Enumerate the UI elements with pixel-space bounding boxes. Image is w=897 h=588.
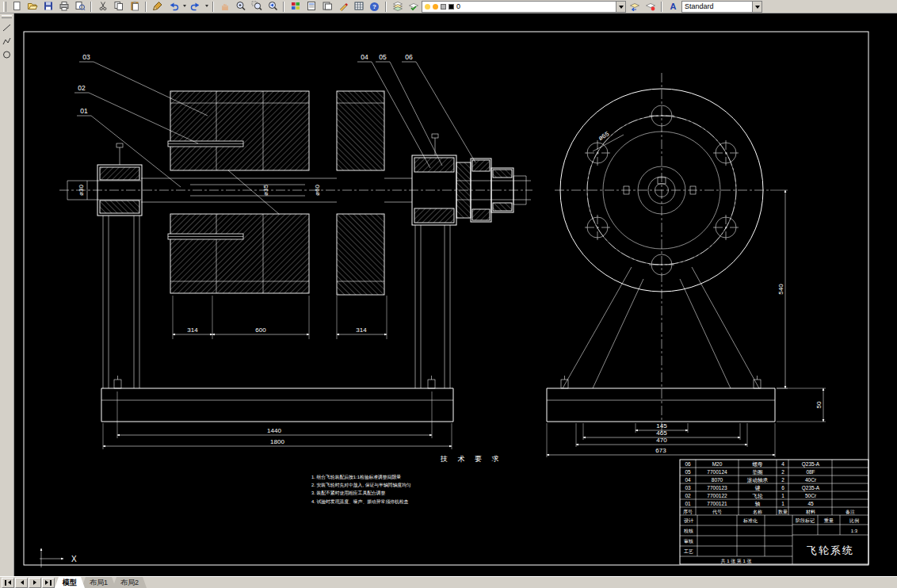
toolbar-grip[interactable] [3,2,6,12]
dim-465: 465 [656,430,667,437]
svg-text:05: 05 [685,469,691,475]
svg-text:垫圈: 垫圈 [753,469,763,475]
svg-text:40Cr: 40Cr [805,477,817,483]
make-current-icon [645,1,656,13]
zoom-realtime-button[interactable] [233,1,248,13]
layout-tabs: 模型 布局1 布局2 [58,577,147,588]
layers-dialog-button[interactable] [390,1,405,13]
svg-text:1: 1 [781,501,784,506]
layer-combo-caret[interactable] [616,2,625,12]
new-file-button[interactable] [9,1,24,13]
copy-icon [113,1,124,13]
section-view [59,91,532,422]
save-button[interactable] [40,1,55,13]
tab-model[interactable]: 模型 [55,577,85,588]
callout-02: 02 [78,84,86,92]
svg-text:8070: 8070 [712,477,723,483]
designcenter-icon [290,1,301,13]
titleblock-process-label: 工艺 [684,548,693,554]
svg-text:螺母: 螺母 [753,461,764,468]
titleblock-check-label: 校核 [683,529,693,533]
text-style-button[interactable]: A [666,1,681,13]
side-toolbar-grip[interactable] [2,15,12,18]
redo-dropdown-caret[interactable] [204,1,209,13]
pan-button[interactable] [217,1,232,13]
parts-row: 04 8070 滚动轴承 2 40Cr [685,477,816,483]
standard-toolbar: ? 0 A Standard [0,0,897,13]
undo-button[interactable] [166,1,181,13]
redo-button[interactable] [188,1,203,13]
properties-palette-button[interactable] [303,1,319,13]
copy-button[interactable] [111,1,126,13]
tech-note-2: 2. 安装飞轮时先对中放入, 保证与半轴同轴度均匀 [311,482,411,488]
draw-polyline-button[interactable] [1,36,13,47]
layout-tab-bar: 模型 布局1 布局2 [0,576,897,588]
toolbar-separator [283,2,284,12]
titleblock-sheets: 共 1 张 第 1 张 [720,559,751,564]
magnifier-icon [235,1,246,13]
tab-layout1[interactable]: 布局1 [82,577,116,588]
ucs-icon: X [40,548,77,567]
layer-states-button[interactable] [406,1,421,13]
draw-circle-button[interactable] [1,49,13,60]
open-file-button[interactable] [25,1,40,13]
zoom-previous-button[interactable] [265,1,280,13]
cut-button[interactable] [95,1,110,13]
designcenter-button[interactable] [288,1,303,13]
dim-600: 600 [255,326,266,334]
help-button[interactable]: ? [367,1,382,13]
plot-button[interactable] [56,1,71,13]
svg-text:代号: 代号 [712,510,722,514]
callout-05: 05 [379,53,387,61]
svg-text:M20: M20 [712,461,723,467]
dim-673: 673 [655,447,666,454]
draw-line-button[interactable] [1,22,13,33]
tab-layout2[interactable]: 布局2 [113,577,147,588]
markup-button[interactable] [335,1,350,13]
layer-previous-button[interactable] [627,1,642,13]
tech-note-3: 3. 装配不紧时使用相应工具配合调整 [311,490,386,496]
dim-50: 50 [815,401,823,408]
paintbrush-icon [152,1,163,13]
table-button[interactable] [351,1,366,13]
svg-text:轴: 轴 [755,501,761,507]
dim-dia30: ø30 [78,185,85,196]
dim-314-hub: 314 [187,326,198,334]
toolbar-separator [90,2,92,12]
scissors-icon [97,1,109,13]
tab-nav-last-button[interactable] [42,578,55,588]
svg-text:06: 06 [685,461,691,467]
dim-dia65: ø65 [597,130,611,142]
svg-text:2: 2 [781,469,784,475]
svg-text:Q235-A: Q235-A [802,485,820,491]
tab-nav-first-button[interactable] [2,578,14,588]
sheetset-manager-button[interactable] [319,1,334,13]
make-object-layer-current-button[interactable] [643,1,658,13]
svg-text:7700122: 7700122 [707,493,727,498]
parts-row: 05 7700124 垫圈 2 08F [685,469,815,475]
svg-text:名称: 名称 [753,510,762,515]
layer-color-swatch [448,4,454,10]
layer-combo[interactable]: 0 [422,1,626,13]
tab-nav-prev-button[interactable] [15,578,28,588]
text-style-combo-caret[interactable] [752,2,761,12]
match-properties-button[interactable] [150,1,165,13]
sheetset-icon [322,1,333,13]
autocad-window: ? 0 A Standard [0,0,897,588]
layer-lock-icon [441,4,446,10]
dim-dia60: ø60 [314,185,321,196]
svg-text:序号: 序号 [683,509,693,514]
undo-dropdown-caret[interactable] [181,1,187,13]
titleblock-review-label: 审核 [684,538,693,544]
plot-preview-button[interactable] [72,1,87,13]
svg-text:4: 4 [781,461,784,467]
text-style-combo-value: Standard [685,2,714,10]
svg-text:03: 03 [685,485,691,491]
text-style-combo[interactable]: Standard [681,1,762,13]
zoom-window-button[interactable] [249,1,264,13]
svg-text:7700124: 7700124 [707,469,727,475]
drawing-canvas[interactable]: 01 02 03 04 05 06 314 600 [14,13,897,576]
tab-nav-next-button[interactable] [29,578,41,588]
paste-button[interactable] [127,1,142,13]
ucs-x-label: X [71,555,77,563]
